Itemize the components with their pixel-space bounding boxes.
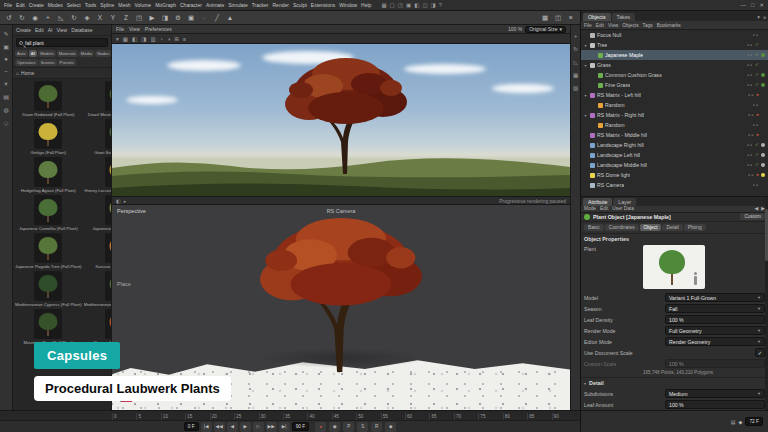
range-start-field[interactable]: 0 F [184,422,199,431]
toolbar-icon[interactable]: ◨ [159,12,171,24]
keyframe-button[interactable]: P [343,422,354,432]
current-frame-field[interactable]: 72 F [745,417,763,426]
asset-item[interactable]: Mountain Pine (Fall Plant) [15,309,82,345]
visibility-dots-icon[interactable]: ●● [748,173,754,177]
tool-icon[interactable]: ✎ [3,30,8,37]
attribute-field[interactable]: Medium ▼ [665,389,765,398]
asset-item[interactable]: Hedgehog Agave (Fall Plant) [15,157,82,193]
dock-icon[interactable]: + [574,33,577,39]
visibility-dots-icon[interactable]: ●● [753,123,759,127]
attribute-field[interactable]: Full Geometry ▼ [665,326,765,335]
timeline-ruler[interactable]: 051015202530354045505560657075808590 [0,411,580,421]
section-tab[interactable]: Coordinates [605,224,639,231]
object-row[interactable]: RS Matrix - Middle hill ●● ✓ ● [581,130,768,140]
menubar-icon[interactable]: ▢ [390,2,395,8]
object-row[interactable]: RS Camera ●● ✓ ● [581,180,768,190]
status-icon[interactable]: ▸ [124,198,127,204]
dock-icon[interactable]: ▧ [573,85,578,91]
menu-item[interactable]: Mesh [118,2,130,8]
viewport-label[interactable]: Perspective [117,208,146,214]
asset-menu-item[interactable]: View [56,27,67,33]
object-row[interactable]: ▾ RS Matrix - Right hill ●● ✓ ● [581,110,768,120]
object-menu-item[interactable]: Tags [643,23,653,28]
menubar-icon[interactable]: ? [439,2,442,8]
size-mode-dropdown[interactable]: Original Size ▾ [525,26,566,33]
expand-arrow-icon[interactable]: ▾ [583,93,588,98]
asset-menu-item[interactable]: Edit [35,27,44,33]
plant-preview[interactable] [643,245,705,289]
object-row[interactable]: ▾ Tree ●● ✓ ● [581,40,768,50]
visibility-dots-icon[interactable]: ●● [747,163,753,167]
panel-icon[interactable]: ≡ [763,14,766,20]
render-view-canvas[interactable] [112,44,570,196]
menu-item[interactable]: Edit [16,2,25,8]
menu-item[interactable]: Tools [85,2,97,8]
object-menu-item[interactable]: View [608,23,618,28]
tool-icon[interactable]: ▤ [3,93,9,100]
tool-icon[interactable]: ☀ [3,80,8,87]
object-row[interactable]: Random ●● ✓ ● [581,100,768,110]
attribute-field[interactable]: Render Geometry ▼ [665,337,765,346]
enabled-check-icon[interactable]: ✓ [755,73,759,78]
detail-group-header[interactable]: ▾ Detail [581,377,768,388]
asset-subfilter-button[interactable]: Presets [58,59,76,66]
render-view-icon[interactable]: ◨ [141,36,146,42]
range-end-field[interactable]: 90 F [292,422,310,431]
keyframe-button[interactable]: R [371,422,382,432]
transport-button[interactable]: |◀ [201,422,212,432]
asset-search-input[interactable]: fall plant [16,38,108,47]
material-tag-icon[interactable] [761,73,765,77]
visibility-dots-icon[interactable]: ●● [747,143,753,147]
toolbar-icon[interactable]: ⚙ [172,12,184,24]
transport-button[interactable]: ▶▶ [266,422,277,432]
object-row[interactable]: Fine Grass ●● ✓ ● [581,80,768,90]
menu-item[interactable]: Window [339,2,357,8]
visibility-dots-icon[interactable]: ●● [753,103,759,107]
asset-filter-button[interactable]: Auto [15,50,28,57]
material-tag-icon[interactable] [761,123,765,127]
render-view-icon[interactable]: ◔ [160,36,163,42]
transport-button[interactable]: ▶| [279,422,290,432]
toolbar-icon[interactable]: ▲ [224,12,236,24]
tool-icon[interactable]: ◇ [4,119,9,126]
transport-button[interactable]: ▷ [253,422,264,432]
asset-subfilter-button[interactable]: Scenes [39,59,57,66]
render-view-menu-item[interactable]: View [129,26,140,32]
menu-item[interactable]: Simulate [228,2,247,8]
menu-item[interactable]: Sculpt [293,2,307,8]
render-view-icon[interactable]: ▾ [116,36,119,42]
visibility-dots-icon[interactable]: ●● [748,133,754,137]
menu-item[interactable]: Create [29,2,44,8]
toolbar-icon[interactable]: ▣ [185,12,197,24]
enabled-check-icon[interactable]: ✓ [755,63,759,68]
menu-item[interactable]: File [4,2,12,8]
asset-menu-item[interactable]: AI [48,27,53,33]
expand-arrow-icon[interactable]: ▾ [583,43,588,48]
enabled-check-icon[interactable]: ✓ [755,43,759,48]
toolbar-icon[interactable]: ◫ [552,12,564,24]
toolbar-icon[interactable]: ◈ [81,12,93,24]
object-row[interactable]: Landscape Right hill ●● ✓ ● [581,140,768,150]
render-view-icon[interactable]: ▥ [150,36,155,42]
asset-filter-button[interactable]: Models [38,50,56,57]
attribute-field[interactable]: Fall ▼ [665,304,765,313]
tool-icon[interactable]: ~ [4,68,8,74]
render-view-icon[interactable]: ▦ [123,36,128,42]
state-dot-icon[interactable]: ● [756,93,759,98]
visibility-dots-icon[interactable]: ●● [747,73,753,77]
state-dot-icon[interactable]: ● [756,133,759,138]
menubar-icon[interactable]: ◳ [398,2,403,8]
asset-item[interactable]: Honey Locust 'Sunburst' (Fall Plant) [84,157,111,193]
attribute-field[interactable]: Variant 1 Full-Grown ▼ [665,293,765,302]
enabled-check-icon[interactable]: ✓ [755,83,759,88]
object-row[interactable]: Landscape Left hill ●● ✓ ● [581,150,768,160]
render-view-icon[interactable]: ⊞ [174,36,179,42]
menubar-icon[interactable]: ◧ [414,2,419,8]
toolbar-icon[interactable]: ◺ [55,12,67,24]
material-tag-icon[interactable] [761,33,765,37]
toolbar-icon[interactable]: ↻ [16,12,28,24]
toolbar-icon[interactable]: + [42,12,54,24]
toolbar-icon[interactable]: X [94,12,106,24]
corner-icon[interactable]: ▤ [731,419,736,425]
object-row[interactable]: ▾ Grass ●● ✓ ● [581,60,768,70]
